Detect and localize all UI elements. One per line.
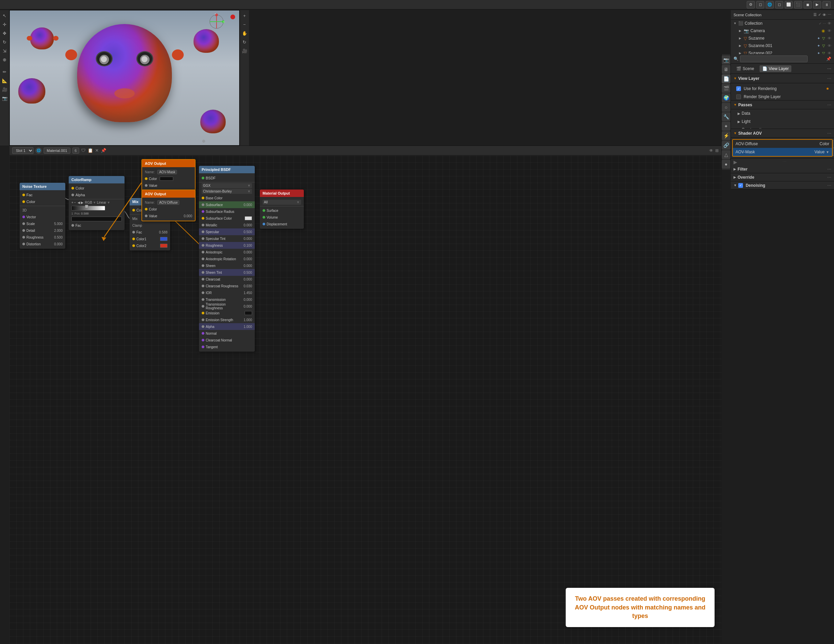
transmission-rough-socket[interactable] bbox=[202, 305, 204, 307]
tab-scene[interactable]: 🎬 Scene bbox=[734, 65, 757, 72]
specular-tint-socket[interactable] bbox=[202, 237, 204, 240]
cr-color-socket[interactable] bbox=[71, 187, 74, 189]
viewport-3d[interactable]: Z X ⊕ bbox=[10, 10, 239, 146]
output-props-icon[interactable]: 🖥 bbox=[722, 65, 731, 74]
anisotropic-socket[interactable] bbox=[202, 251, 204, 254]
world-props-icon[interactable]: 🌍 bbox=[722, 94, 731, 102]
clearcoat-normal-socket[interactable] bbox=[202, 339, 204, 341]
filter-section[interactable]: ▶ Filter ⋯ bbox=[731, 165, 834, 173]
material-globe-icon[interactable]: 🌐 bbox=[36, 147, 42, 154]
node-editor-overlay[interactable]: ⊞ bbox=[715, 148, 719, 153]
tree-suzanne[interactable]: ▶ ▽ Suzanne ✦ ▽ 👁 bbox=[731, 34, 834, 42]
transmission-socket[interactable] bbox=[202, 298, 204, 301]
override-section[interactable]: ▶ Override ⋯ bbox=[731, 173, 834, 181]
sheen-socket[interactable] bbox=[202, 264, 204, 267]
mat-volume-socket[interactable] bbox=[263, 216, 265, 218]
ior-socket[interactable] bbox=[202, 291, 204, 294]
material-name[interactable]: Material.001 bbox=[44, 147, 70, 154]
cr-remove-stop[interactable]: − bbox=[74, 201, 76, 204]
mix-out-socket[interactable] bbox=[132, 209, 135, 212]
tangent-socket[interactable] bbox=[202, 346, 204, 348]
mix-fac-socket[interactable] bbox=[132, 231, 135, 233]
aov-mask-dropdown[interactable]: ▼ bbox=[826, 150, 829, 154]
aov-mask-row[interactable]: AOV-Mask Value ▼ bbox=[733, 148, 832, 156]
toolbar-btn-7[interactable]: ⏹ bbox=[803, 1, 812, 8]
scene-props-icon[interactable]: 🎬 bbox=[722, 84, 731, 93]
rotate-tool[interactable]: ↻ bbox=[1, 38, 9, 46]
cursor-tool[interactable]: ✛ bbox=[1, 20, 9, 28]
cr-gradient[interactable] bbox=[71, 206, 105, 210]
sub-radius-socket[interactable] bbox=[202, 210, 204, 213]
camera-eye[interactable]: 👁 bbox=[828, 29, 831, 33]
noise-fac-socket[interactable] bbox=[22, 194, 25, 196]
mix-color1-socket[interactable] bbox=[132, 238, 135, 240]
noise-vector-socket[interactable] bbox=[22, 215, 25, 218]
modifier-props-icon[interactable]: 🔧 bbox=[722, 112, 731, 121]
cr-prev-stop[interactable]: ◀ bbox=[78, 201, 80, 204]
constraints-props-icon[interactable]: 🔗 bbox=[722, 141, 731, 150]
aov-play-icon[interactable]: ▶ bbox=[734, 159, 737, 165]
tree-camera[interactable]: ▶ 📷 Camera ◉ 👁 bbox=[731, 27, 834, 34]
slot-select[interactable]: Slot 1 bbox=[12, 147, 34, 154]
aov-diffuse-value-socket[interactable] bbox=[145, 215, 147, 217]
noise-detail-socket[interactable] bbox=[22, 229, 25, 232]
subsurface-socket[interactable] bbox=[202, 203, 204, 206]
sub-color-socket[interactable] bbox=[202, 217, 204, 220]
aov-mask-color-socket[interactable] bbox=[145, 177, 147, 180]
scale-tool[interactable]: ⇲ bbox=[1, 47, 9, 55]
principled-subsurface-method[interactable]: Christensen-Burley ▼ bbox=[202, 189, 252, 194]
aov-remove-button[interactable]: − bbox=[832, 148, 834, 156]
toolbar-btn-1[interactable]: ⚙ bbox=[747, 1, 755, 8]
mix-color1-swatch[interactable] bbox=[160, 237, 168, 241]
aov-mask-color-swatch[interactable] bbox=[160, 176, 173, 181]
sub-color-swatch[interactable] bbox=[245, 216, 252, 220]
material-copy[interactable]: 📋 bbox=[87, 148, 93, 153]
override-menu[interactable]: ⋯ bbox=[827, 175, 831, 180]
collection-check[interactable]: ✓ bbox=[819, 22, 821, 25]
emission-swatch[interactable] bbox=[245, 311, 252, 315]
aov-diffuse-row[interactable]: AOV-Diffuse Color bbox=[733, 140, 832, 148]
cr-fac-socket[interactable] bbox=[71, 224, 74, 227]
toolbar-btn-9[interactable]: ⏸ bbox=[823, 1, 831, 8]
move-tool[interactable]: ✥ bbox=[1, 29, 9, 37]
suzanne-001-eye[interactable]: 👁 bbox=[828, 44, 831, 48]
view-layer-props-icon[interactable]: 📄 bbox=[722, 74, 731, 83]
toolbar-btn-3[interactable]: 🌐 bbox=[766, 1, 774, 8]
data-props-icon[interactable]: △ bbox=[722, 150, 731, 159]
emission-str-socket[interactable] bbox=[202, 319, 204, 321]
denoising-menu[interactable]: ⋯ bbox=[827, 183, 831, 188]
camera-view[interactable]: 🎥 bbox=[241, 47, 249, 55]
shader-aov-header[interactable]: ▼ Shader AOV ⋯ bbox=[731, 129, 834, 138]
toolbar-btn-5[interactable]: ⬜ bbox=[785, 1, 793, 8]
toolbar-btn-6[interactable]: ⬛ bbox=[794, 1, 802, 8]
node-editor-options[interactable]: 👁 bbox=[709, 148, 713, 153]
tab-view-layer[interactable]: 📄 View Layer bbox=[760, 65, 791, 72]
principled-distribution[interactable]: GGX ▼ bbox=[202, 183, 252, 188]
cr-add-stop[interactable]: + bbox=[71, 201, 73, 204]
clearcoat-socket[interactable] bbox=[202, 278, 204, 280]
material-target[interactable]: All ▼ bbox=[263, 200, 301, 205]
use-for-rendering-checkbox[interactable]: ✓ bbox=[736, 86, 741, 91]
noise-texture-node[interactable]: Noise Texture Fac Color 3D Vector Scale bbox=[19, 183, 65, 249]
render-single-layer-checkbox[interactable] bbox=[736, 94, 741, 99]
aov-diffuse-color-socket[interactable] bbox=[145, 208, 147, 210]
cr-color-swatch[interactable] bbox=[71, 217, 122, 221]
props-pin-icon[interactable]: 📌 bbox=[826, 57, 831, 61]
material-pin[interactable]: 📌 bbox=[101, 148, 106, 153]
material-props-icon[interactable]: ● bbox=[722, 160, 731, 168]
render-tool[interactable]: 📷 bbox=[1, 94, 9, 102]
physics-props-icon[interactable]: ⚡ bbox=[722, 131, 731, 140]
zoom-in[interactable]: + bbox=[241, 11, 249, 19]
mat-displacement-socket[interactable] bbox=[263, 223, 265, 225]
material-delete[interactable]: ✕ bbox=[95, 148, 99, 153]
passes-data-item[interactable]: ▶ Data bbox=[731, 109, 834, 117]
tree-suzanne-001[interactable]: ▶ ▽ Suzanne.001 ✦ ▽ 👁 bbox=[731, 42, 834, 49]
zoom-out[interactable]: − bbox=[241, 20, 249, 28]
suzanne-eye[interactable]: 👁 bbox=[828, 36, 831, 40]
props-options[interactable]: ⋯ bbox=[827, 66, 831, 71]
alpha-socket[interactable] bbox=[202, 325, 204, 328]
view-layer-section-arrow[interactable]: ▼ bbox=[734, 76, 737, 80]
cr-next-stop[interactable]: ▶ bbox=[81, 201, 84, 204]
collection-new-icon[interactable]: ✓ bbox=[818, 13, 821, 17]
mix-color2-swatch[interactable] bbox=[160, 244, 168, 248]
